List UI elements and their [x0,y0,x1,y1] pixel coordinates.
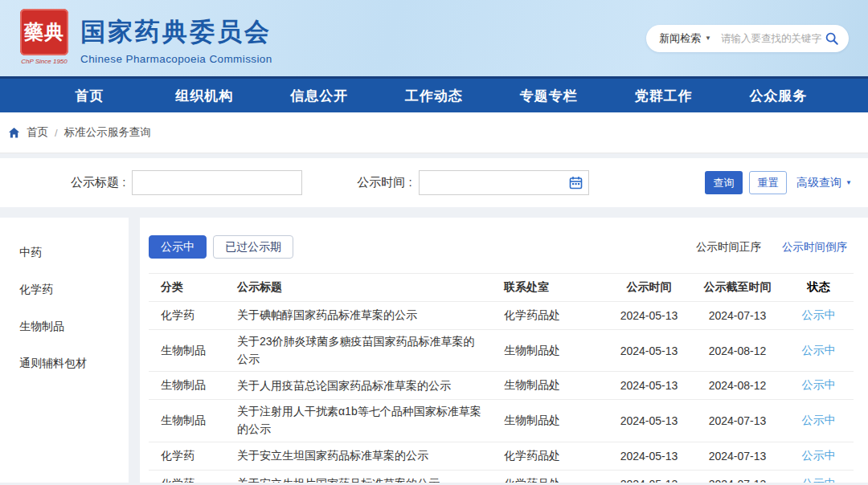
seal-caption: ChP Since 1950 [21,58,68,65]
breadcrumb: 首页 / 标准公示服务查询 [0,112,868,153]
site-logo[interactable]: 藥典 ChP Since 1950 国家药典委员会 Chinese Pharma… [19,9,272,68]
nav-item-party-work[interactable]: 党群工作 [606,87,721,105]
row-deadline: 2024-07-13 [691,414,784,427]
col-header-office: 联系处室 [494,280,607,295]
nav-item-organization[interactable]: 组织机构 [147,87,262,105]
search-category-label: 新闻检索 [659,31,701,46]
site-title: 国家药典委员会 [80,15,272,49]
advanced-search-label: 高级查询 [796,176,841,190]
status-badge[interactable]: 公示中 [802,308,836,321]
status-badge[interactable]: 公示中 [802,378,836,391]
row-publish-time: 2024-05-13 [607,414,691,427]
row-category: 化学药 [149,308,225,323]
query-button[interactable]: 查询 [705,171,743,194]
header-search: 新闻检索 ▼ [646,25,849,52]
chevron-down-icon: ▼ [845,179,852,186]
breadcrumb-current: 标准公示服务查询 [64,125,151,140]
time-input[interactable] [419,170,589,195]
row-category: 生物制品 [149,344,225,358]
search-category-dropdown[interactable]: 新闻检索 ▼ [659,31,711,46]
site-header: 藥典 ChP Since 1950 国家药典委员会 Chinese Pharma… [0,0,868,76]
col-header-status: 状态 [784,280,854,295]
nav-item-home[interactable]: 首页 [32,87,147,105]
tab-in-publicity[interactable]: 公示中 [149,235,207,259]
nav-item-information[interactable]: 信息公开 [262,87,377,105]
row-title-link[interactable]: 关于碘帕醇国家药品标准草案的公示 [225,307,494,324]
tab-expired-publicity[interactable]: 已过公示期 [213,235,293,259]
search-icon[interactable] [825,31,839,46]
site-subtitle: Chinese Pharmacopoeia Commission [80,53,272,65]
col-header-category: 分类 [149,280,225,295]
row-category: 化学药 [149,449,225,463]
row-deadline: 2024-07-13 [691,309,784,322]
row-office: 化学药品处 [494,477,607,483]
row-office: 化学药品处 [494,308,607,323]
seal-characters: 藥典 [20,9,68,55]
sidebar-item-biologics[interactable]: 生物制品 [0,308,129,344]
breadcrumb-home-link[interactable]: 首页 [27,125,48,140]
sort-time-descending[interactable]: 公示时间倒序 [782,240,847,255]
status-badge[interactable]: 公示中 [802,414,836,426]
table-row: 化学药 关于安立生坦国家药品标准草案的公示 化学药品处 2024-05-13 2… [149,442,854,471]
title-input[interactable] [132,170,302,195]
nav-item-special-topics[interactable]: 专题专栏 [491,87,606,105]
breadcrumb-separator: / [55,127,58,139]
row-title-link[interactable]: 关于安立生坦国家药品标准草案的公示 [225,447,494,465]
reset-button[interactable]: 重置 [749,171,787,194]
sort-time-ascending[interactable]: 公示时间正序 [696,240,761,255]
row-title-link[interactable]: 关于23价肺炎球菌多糖疫苗国家药品标准草案的公示 [225,333,494,368]
row-publish-time: 2024-05-13 [607,478,691,483]
sidebar-item-general-rules[interactable]: 通则辅料包材 [0,344,129,381]
row-category: 生物制品 [149,378,225,393]
row-title-link[interactable]: 关于人用疫苗总论国家药品标准草案的公示 [225,377,494,395]
announcement-table: 分类 公示标题 联系处室 公示时间 公示截至时间 状态 化学药 关于碘帕醇国家药… [149,273,854,483]
col-header-title: 公示标题 [225,279,494,296]
status-badge[interactable]: 公示中 [802,477,836,483]
nav-item-work-news[interactable]: 工作动态 [377,87,492,105]
row-office: 化学药品处 [494,449,607,463]
table-row: 化学药 关于安立生坦片国家药品标准草案的公示 化学药品处 2024-05-13 … [149,471,854,483]
status-badge[interactable]: 公示中 [802,344,836,357]
calendar-icon[interactable] [569,176,583,190]
row-category: 化学药 [149,477,225,483]
row-publish-time: 2024-05-13 [607,309,691,322]
row-office: 生物制品处 [494,414,607,428]
seal-logo-icon: 藥典 ChP Since 1950 [19,9,69,68]
advanced-search-button[interactable]: 高级查询 ▼ [796,176,852,190]
row-publish-time: 2024-05-13 [607,450,691,463]
sidebar-item-chemical-drugs[interactable]: 化学药 [0,271,129,308]
row-office: 生物制品处 [494,378,607,393]
row-category: 生物制品 [149,414,225,428]
filter-bar: 公示标题 : 公示时间 : 查询 重置 高级查询 ▼ [0,158,868,207]
row-title-link[interactable]: 关于安立生坦片国家药品标准草案的公示 [225,475,494,483]
col-header-deadline: 公示截至时间 [691,280,784,295]
table-row: 生物制品 关于23价肺炎球菌多糖疫苗国家药品标准草案的公示 生物制品处 2024… [149,330,854,372]
row-deadline: 2024-07-13 [691,450,784,463]
row-title-link[interactable]: 关于注射用人干扰素α1b等七个品种国家标准草案的公示 [225,403,494,438]
table-row: 生物制品 关于人用疫苗总论国家药品标准草案的公示 生物制品处 2024-05-1… [149,372,854,400]
table-row: 化学药 关于碘帕醇国家药品标准草案的公示 化学药品处 2024-05-13 20… [149,302,854,330]
nav-item-public-service[interactable]: 公众服务 [721,87,836,105]
col-header-publish-time: 公示时间 [607,280,691,295]
row-deadline: 2024-08-12 [691,379,784,392]
table-row: 生物制品 关于注射用人干扰素α1b等七个品种国家标准草案的公示 生物制品处 20… [149,400,854,442]
table-header-row: 分类 公示标题 联系处室 公示时间 公示截至时间 状态 [149,273,854,302]
row-deadline: 2024-08-12 [691,344,784,357]
main-nav: 首页 组织机构 信息公开 工作动态 专题专栏 党群工作 公众服务 [0,76,868,112]
search-input[interactable] [721,33,825,44]
home-icon[interactable] [8,127,20,139]
category-sidebar: 中药 化学药 生物制品 通则辅料包材 [0,218,129,483]
row-office: 生物制品处 [494,344,607,358]
title-field-label: 公示标题 : [71,175,125,190]
time-field-label: 公示时间 : [357,175,411,190]
announcement-panel: 公示中 已过公示期 公示时间正序 公示时间倒序 分类 公示标题 联系处室 公示时… [140,218,868,483]
row-deadline: 2024-07-13 [691,478,784,483]
chevron-down-icon: ▼ [705,35,711,42]
row-publish-time: 2024-05-13 [607,379,691,392]
status-badge[interactable]: 公示中 [802,449,836,462]
row-publish-time: 2024-05-13 [607,344,691,357]
sidebar-item-tcm[interactable]: 中药 [0,234,129,271]
